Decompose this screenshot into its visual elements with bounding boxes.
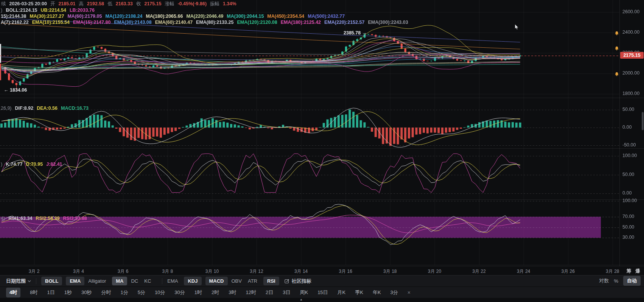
- timeframe-button[interactable]: 1时: [194, 289, 202, 296]
- macd-legend-item: DIF:8.92: [15, 106, 34, 111]
- rsi-axis-tick: 30.00: [622, 235, 634, 240]
- boll-legend-row: )BOLL:2124.15UB:2214.54LB:2033.76: [1, 8, 98, 13]
- ohlc-item: 续: [1, 1, 6, 6]
- price-axis-tick: 2400.00: [622, 30, 639, 35]
- macd-legend-item: MACD:16.73: [61, 106, 89, 111]
- price-axis-tick: 2000.00: [622, 70, 639, 76]
- period-high-annotation: 2385.78 →: [344, 30, 367, 36]
- scrollbar-thumb[interactable]: [642, 112, 644, 130]
- indicator-button[interactable]: ATR: [248, 278, 257, 284]
- boll-legend-item: BOLL:2124.15: [6, 8, 37, 13]
- indicator-button[interactable]: EMA: [66, 277, 84, 285]
- timeframe-button[interactable]: 1分: [120, 289, 128, 296]
- ma-legend-row: 15):2144.38MA(30):2127.27MA(60):2179.05M…: [1, 14, 348, 19]
- mouse-cursor-icon: [515, 24, 519, 32]
- sub-indicator-group: EMAKDJMACDOBVATRRSI: [167, 277, 283, 285]
- overlay-indicator-group: BOLLEMAAlligatorMADCKC: [41, 277, 157, 285]
- indicator-button[interactable]: RSI: [263, 277, 279, 285]
- macd-legend-item: 26,9): [1, 106, 12, 111]
- kdj-axis-tick: 0.00: [622, 190, 632, 196]
- indicator-button[interactable]: MA: [112, 277, 127, 285]
- kdj-legend-item: ): [1, 162, 2, 167]
- macd-axis-tick: 50.00: [622, 107, 634, 112]
- rsi-legend-row: 4)RSI1:63.34RSI2:58.39RSI3:53.88: [1, 216, 90, 221]
- ma-legend-item: MA(180):2065.66: [146, 14, 183, 19]
- timeframe-button[interactable]: 5分: [138, 289, 145, 296]
- scroll-up-icon[interactable]: ▲: [300, 298, 303, 301]
- alert-bell-icon[interactable]: [614, 71, 619, 76]
- timeframe-button[interactable]: 30分: [174, 289, 185, 296]
- right-tool-button[interactable]: 筹: [627, 268, 632, 274]
- date-label: 3月 20: [428, 268, 441, 275]
- timeframe-button[interactable]: 周K: [300, 289, 308, 296]
- date-label: 3月 2: [29, 268, 40, 275]
- indicator-button[interactable]: Alligator: [88, 278, 106, 284]
- timeframe-button[interactable]: 1秒: [64, 289, 72, 296]
- toolbar-divider: [162, 278, 162, 284]
- ohlc-info-row: 续2026-03-25 20:00开2185.01高2192.58低2163.3…: [1, 1, 240, 6]
- ma-legend-item: MA(220):2046.49: [186, 14, 223, 19]
- log-scale-button[interactable]: 对数: [599, 277, 609, 284]
- timeframe-button[interactable]: 3时: [229, 289, 236, 296]
- indicator-button[interactable]: BOLL: [41, 277, 62, 285]
- timeframe-button[interactable]: 季K: [355, 289, 363, 296]
- macd-axis-tick: -50.00: [622, 142, 636, 148]
- indicator-button[interactable]: MACD: [205, 277, 228, 285]
- timeframe-button[interactable]: 10分: [155, 289, 165, 296]
- right-tool-button[interactable]: 爆: [636, 268, 641, 274]
- indicator-button[interactable]: KC: [144, 278, 151, 284]
- auto-scale-button[interactable]: 自动: [623, 276, 641, 286]
- ohlc-item: 2026-03-25 20:00: [9, 1, 47, 6]
- date-range-label: 日期范围: [6, 278, 26, 285]
- date-label: 3月 18: [383, 268, 397, 275]
- community-indicators-button[interactable]: 社区指标: [285, 278, 311, 285]
- right-tools: 筹爆: [627, 268, 640, 274]
- ma-legend-item: MA(120):2108.24: [105, 14, 142, 19]
- ema-legend-item: EMA(80):2133.25: [196, 20, 233, 25]
- community-indicators-label: 社区指标: [292, 278, 311, 285]
- date-label: 3月 22: [472, 268, 485, 275]
- ema-legend-item: EMA(10):2155.54: [32, 20, 70, 25]
- date-range-button[interactable]: 日期范围: [6, 278, 31, 285]
- timeframe-button[interactable]: 30秒: [81, 289, 92, 296]
- rsi-axis-tick: 50.00: [622, 224, 634, 230]
- timeframe-button[interactable]: 2日: [266, 289, 273, 296]
- timeframe-button[interactable]: 4时: [6, 288, 20, 297]
- rsi-legend-item: RSI1:63.34: [8, 216, 32, 221]
- date-label: 3月 12: [250, 268, 263, 275]
- rsi-legend-item: RSI2:58.39: [36, 216, 59, 221]
- ohlc-item: 2175.15: [144, 1, 161, 6]
- timeframe-button[interactable]: 2时: [212, 289, 219, 296]
- timeframe-button[interactable]: 15日: [317, 289, 328, 296]
- alert-bell-icon[interactable]: [614, 30, 619, 35]
- percent-scale-button[interactable]: %: [614, 278, 618, 284]
- timeframe-button[interactable]: 12时: [246, 289, 256, 296]
- timeframe-button[interactable]: 1日: [47, 289, 54, 296]
- ema-legend-item: EMA(300):2243.03: [368, 20, 408, 25]
- edit-icon: [285, 279, 289, 283]
- date-label: 3月 16: [339, 268, 352, 275]
- last-price-badge: 2175.15: [620, 52, 644, 59]
- timeframe-button[interactable]: 8时: [30, 289, 37, 296]
- scale-options: 对数%自动: [599, 275, 641, 286]
- timeframe-button[interactable]: 3分: [390, 289, 398, 296]
- date-label: 3月 8: [162, 268, 173, 275]
- macd-legend-item: DEA:0.56: [37, 106, 58, 111]
- close-icon[interactable]: ×: [408, 290, 411, 296]
- ohlc-item: 低: [107, 1, 112, 6]
- chart-canvas[interactable]: [0, 0, 644, 266]
- ema-legend-item: EMA(120):2120.08: [237, 20, 277, 25]
- alert-bell-icon[interactable]: [614, 45, 619, 50]
- indicator-button[interactable]: KDJ: [184, 277, 201, 285]
- indicator-button[interactable]: OBV: [232, 278, 242, 284]
- ema-legend-item: EMA(30):2143.08: [114, 20, 151, 25]
- indicator-button[interactable]: DC: [131, 278, 138, 284]
- ema-legend-row: A(7):2162.22EMA(10):2155.54EMA(15):2147.…: [1, 20, 412, 25]
- timeframe-button[interactable]: 3日: [283, 289, 290, 296]
- timeframe-button[interactable]: 分时: [101, 289, 111, 296]
- timeframe-button[interactable]: 年K: [373, 289, 381, 296]
- indicator-button[interactable]: EMA: [167, 278, 178, 284]
- timeframe-button[interactable]: 月K: [338, 289, 346, 296]
- rsi-legend-item: 4): [1, 216, 5, 221]
- chevron-down-icon: [28, 280, 31, 282]
